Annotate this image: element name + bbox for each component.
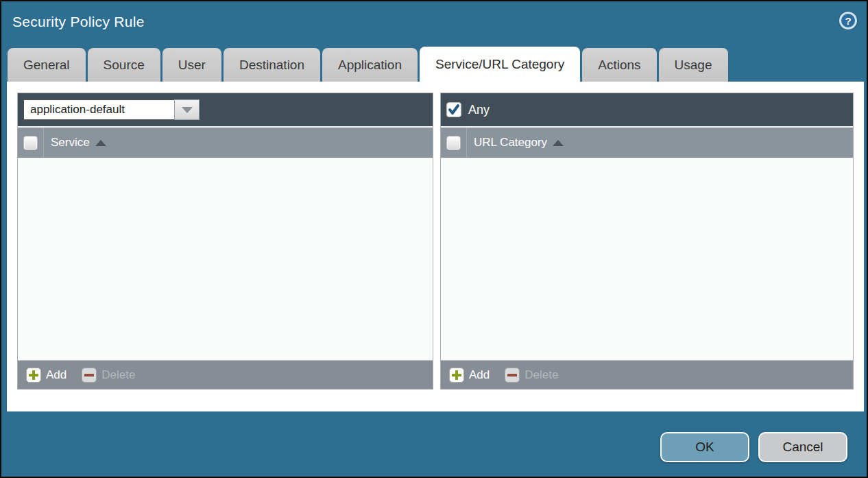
chevron-down-icon — [182, 107, 193, 113]
tab-source[interactable]: Source — [88, 48, 160, 82]
service-type-combo — [23, 99, 200, 120]
tab-application[interactable]: Application — [322, 48, 418, 82]
help-icon[interactable]: ? — [839, 12, 857, 29]
service-panel: Service Add Delete — [17, 93, 433, 390]
tab-user[interactable]: User — [162, 48, 221, 82]
sort-ascending-icon — [553, 140, 564, 146]
service-panel-footer: Add Delete — [18, 360, 433, 389]
service-select-all-cell — [18, 128, 44, 158]
sort-ascending-icon — [95, 140, 106, 146]
url-category-add-label: Add — [469, 368, 490, 382]
plus-icon — [449, 368, 464, 383]
tab-general[interactable]: General — [8, 48, 86, 82]
url-category-delete-label: Delete — [525, 368, 558, 382]
service-column-header-row: Service — [18, 126, 433, 158]
tab-bar: General Source User Destination Applicat… — [8, 47, 728, 82]
service-select-all-checkbox[interactable] — [23, 136, 38, 150]
tab-destination[interactable]: Destination — [224, 48, 320, 82]
tab-content: Service Add Delete — [7, 82, 864, 411]
service-panel-header — [18, 93, 433, 126]
minus-icon — [505, 368, 520, 383]
dialog-titlebar: Security Policy Rule ? — [1, 1, 867, 47]
tab-service-url-category[interactable]: Service/URL Category — [420, 47, 580, 82]
url-category-panel-header: Any — [441, 93, 853, 126]
security-policy-rule-dialog: { "dialog": { "title": "Security Policy … — [0, 0, 868, 478]
url-category-select-all-checkbox[interactable] — [446, 136, 461, 150]
check-icon — [448, 104, 460, 116]
any-checkbox[interactable] — [446, 102, 461, 117]
any-label: Any — [468, 103, 490, 117]
service-list[interactable] — [18, 158, 433, 360]
ok-button[interactable]: OK — [660, 432, 749, 462]
url-category-column-header[interactable]: URL Category — [474, 136, 564, 150]
service-add-button[interactable]: Add — [26, 368, 67, 383]
dialog-actions: OK Cancel — [660, 432, 847, 462]
minus-icon — [82, 368, 97, 383]
url-category-panel-footer: Add Delete — [441, 360, 853, 389]
dialog-title: Security Policy Rule — [12, 14, 145, 30]
url-category-select-all-cell — [441, 128, 467, 158]
tab-usage[interactable]: Usage — [659, 48, 728, 82]
service-column-header[interactable]: Service — [51, 136, 106, 150]
cancel-button[interactable]: Cancel — [758, 432, 847, 462]
url-category-add-button[interactable]: Add — [449, 368, 490, 383]
service-column-label: Service — [51, 136, 90, 150]
service-delete-button[interactable]: Delete — [82, 368, 135, 383]
plus-icon — [26, 368, 41, 383]
url-category-panel: Any URL Category Add — [440, 93, 854, 390]
url-category-column-header-row: URL Category — [441, 126, 853, 158]
service-type-input[interactable] — [23, 99, 174, 120]
url-category-delete-button[interactable]: Delete — [505, 368, 558, 383]
service-type-dropdown-button[interactable] — [174, 99, 200, 120]
service-delete-label: Delete — [101, 368, 135, 382]
url-category-column-label: URL Category — [474, 136, 547, 150]
tab-actions[interactable]: Actions — [582, 48, 656, 82]
url-category-list[interactable] — [441, 158, 853, 360]
service-add-label: Add — [46, 368, 67, 382]
